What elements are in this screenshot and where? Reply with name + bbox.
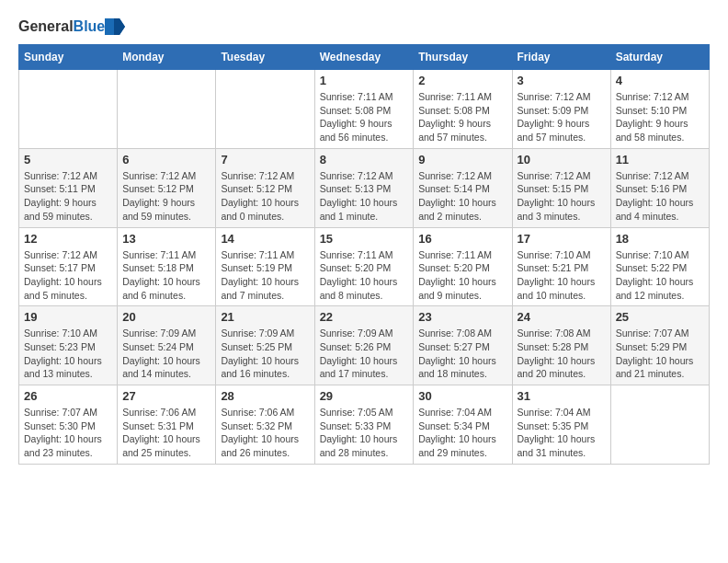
calendar-cell: 12Sunrise: 7:12 AM Sunset: 5:17 PM Dayli… (19, 227, 118, 306)
day-info: Sunrise: 7:11 AM Sunset: 5:20 PM Dayligh… (320, 248, 409, 303)
calendar-cell: 3Sunrise: 7:12 AM Sunset: 5:09 PM Daylig… (512, 70, 610, 149)
calendar-week-row: 12Sunrise: 7:12 AM Sunset: 5:17 PM Dayli… (19, 227, 710, 306)
day-number: 16 (418, 232, 506, 246)
calendar-cell: 28Sunrise: 7:06 AM Sunset: 5:32 PM Dayli… (216, 385, 314, 465)
day-number: 24 (518, 310, 606, 324)
day-number: 17 (518, 232, 606, 246)
day-number: 26 (24, 389, 112, 403)
calendar-cell (216, 70, 314, 149)
day-info: Sunrise: 7:06 AM Sunset: 5:32 PM Dayligh… (221, 406, 309, 460)
svg-marker-1 (114, 18, 125, 35)
day-number: 23 (418, 310, 506, 324)
day-number: 11 (616, 153, 704, 167)
day-number: 14 (221, 232, 309, 246)
day-info: Sunrise: 7:11 AM Sunset: 5:20 PM Dayligh… (418, 248, 506, 303)
day-number: 22 (320, 310, 409, 324)
day-info: Sunrise: 7:09 AM Sunset: 5:24 PM Dayligh… (122, 327, 210, 381)
day-info: Sunrise: 7:11 AM Sunset: 5:18 PM Dayligh… (122, 248, 210, 303)
day-info: Sunrise: 7:12 AM Sunset: 5:15 PM Dayligh… (518, 169, 606, 224)
day-info: Sunrise: 7:12 AM Sunset: 5:09 PM Dayligh… (518, 90, 606, 144)
day-info: Sunrise: 7:05 AM Sunset: 5:33 PM Dayligh… (320, 406, 409, 460)
weekday-header-friday: Friday (512, 45, 610, 70)
calendar-cell: 1Sunrise: 7:11 AM Sunset: 5:08 PM Daylig… (314, 70, 414, 149)
calendar-cell: 10Sunrise: 7:12 AM Sunset: 5:15 PM Dayli… (512, 148, 610, 227)
day-info: Sunrise: 7:08 AM Sunset: 5:28 PM Dayligh… (518, 327, 606, 381)
calendar-table: SundayMondayTuesdayWednesdayThursdayFrid… (18, 44, 710, 465)
calendar-cell: 14Sunrise: 7:11 AM Sunset: 5:19 PM Dayli… (216, 227, 314, 306)
calendar-cell: 21Sunrise: 7:09 AM Sunset: 5:25 PM Dayli… (216, 306, 314, 385)
calendar-cell (118, 70, 216, 149)
logo-flag-icon (105, 18, 125, 35)
day-number: 18 (616, 232, 704, 246)
day-info: Sunrise: 7:11 AM Sunset: 5:19 PM Dayligh… (221, 248, 309, 303)
day-number: 2 (418, 74, 506, 87)
weekday-header-row: SundayMondayTuesdayWednesdayThursdayFrid… (19, 45, 710, 70)
day-info: Sunrise: 7:11 AM Sunset: 5:08 PM Dayligh… (320, 90, 409, 144)
calendar-cell: 6Sunrise: 7:12 AM Sunset: 5:12 PM Daylig… (118, 148, 216, 227)
calendar-cell: 4Sunrise: 7:12 AM Sunset: 5:10 PM Daylig… (610, 70, 709, 149)
day-number: 19 (24, 310, 112, 324)
logo-general-text: General (18, 18, 74, 34)
day-info: Sunrise: 7:12 AM Sunset: 5:13 PM Dayligh… (320, 169, 409, 224)
day-number: 8 (320, 153, 409, 167)
calendar-cell: 15Sunrise: 7:11 AM Sunset: 5:20 PM Dayli… (314, 227, 414, 306)
day-info: Sunrise: 7:12 AM Sunset: 5:12 PM Dayligh… (122, 169, 210, 224)
day-info: Sunrise: 7:12 AM Sunset: 5:10 PM Dayligh… (616, 90, 704, 144)
day-number: 6 (122, 153, 210, 167)
calendar-cell: 29Sunrise: 7:05 AM Sunset: 5:33 PM Dayli… (314, 385, 414, 465)
calendar-cell (610, 385, 709, 465)
day-info: Sunrise: 7:12 AM Sunset: 5:11 PM Dayligh… (24, 169, 112, 224)
calendar-week-row: 5Sunrise: 7:12 AM Sunset: 5:11 PM Daylig… (19, 148, 710, 227)
weekday-header-wednesday: Wednesday (314, 45, 414, 70)
calendar-cell: 5Sunrise: 7:12 AM Sunset: 5:11 PM Daylig… (19, 148, 118, 227)
calendar-cell: 25Sunrise: 7:07 AM Sunset: 5:29 PM Dayli… (610, 306, 709, 385)
calendar-cell: 27Sunrise: 7:06 AM Sunset: 5:31 PM Dayli… (118, 385, 216, 465)
calendar-cell: 13Sunrise: 7:11 AM Sunset: 5:18 PM Dayli… (118, 227, 216, 306)
calendar-cell: 31Sunrise: 7:04 AM Sunset: 5:35 PM Dayli… (512, 385, 610, 465)
calendar-cell: 20Sunrise: 7:09 AM Sunset: 5:24 PM Dayli… (118, 306, 216, 385)
day-info: Sunrise: 7:04 AM Sunset: 5:35 PM Dayligh… (518, 406, 606, 460)
day-info: Sunrise: 7:11 AM Sunset: 5:08 PM Dayligh… (418, 90, 506, 144)
day-info: Sunrise: 7:04 AM Sunset: 5:34 PM Dayligh… (418, 406, 506, 460)
day-number: 30 (418, 389, 506, 403)
calendar-cell: 8Sunrise: 7:12 AM Sunset: 5:13 PM Daylig… (314, 148, 414, 227)
calendar-cell: 17Sunrise: 7:10 AM Sunset: 5:21 PM Dayli… (512, 227, 610, 306)
day-info: Sunrise: 7:12 AM Sunset: 5:14 PM Dayligh… (418, 169, 506, 224)
day-info: Sunrise: 7:10 AM Sunset: 5:23 PM Dayligh… (24, 327, 112, 381)
day-number: 7 (221, 153, 309, 167)
day-info: Sunrise: 7:12 AM Sunset: 5:12 PM Dayligh… (221, 169, 309, 224)
day-number: 3 (518, 74, 606, 87)
day-info: Sunrise: 7:06 AM Sunset: 5:31 PM Dayligh… (122, 406, 210, 460)
day-info: Sunrise: 7:10 AM Sunset: 5:21 PM Dayligh… (518, 248, 606, 303)
day-info: Sunrise: 7:12 AM Sunset: 5:16 PM Dayligh… (616, 169, 704, 224)
calendar-week-row: 26Sunrise: 7:07 AM Sunset: 5:30 PM Dayli… (19, 385, 710, 465)
calendar-cell: 24Sunrise: 7:08 AM Sunset: 5:28 PM Dayli… (512, 306, 610, 385)
day-info: Sunrise: 7:08 AM Sunset: 5:27 PM Dayligh… (418, 327, 506, 381)
day-number: 12 (24, 232, 112, 246)
day-info: Sunrise: 7:10 AM Sunset: 5:22 PM Dayligh… (616, 248, 704, 303)
day-number: 1 (320, 74, 409, 87)
page-header: GeneralBlue (18, 18, 710, 35)
calendar-cell (19, 70, 118, 149)
weekday-header-saturday: Saturday (610, 45, 709, 70)
day-number: 21 (221, 310, 309, 324)
calendar-cell: 11Sunrise: 7:12 AM Sunset: 5:16 PM Dayli… (610, 148, 709, 227)
day-number: 10 (518, 153, 606, 167)
day-number: 31 (518, 389, 606, 403)
calendar-week-row: 1Sunrise: 7:11 AM Sunset: 5:08 PM Daylig… (19, 70, 710, 149)
day-number: 4 (616, 74, 704, 87)
calendar-cell: 22Sunrise: 7:09 AM Sunset: 5:26 PM Dayli… (314, 306, 414, 385)
day-info: Sunrise: 7:07 AM Sunset: 5:30 PM Dayligh… (24, 406, 112, 460)
calendar-cell: 19Sunrise: 7:10 AM Sunset: 5:23 PM Dayli… (19, 306, 118, 385)
calendar-week-row: 19Sunrise: 7:10 AM Sunset: 5:23 PM Dayli… (19, 306, 710, 385)
logo: GeneralBlue (18, 18, 125, 35)
day-number: 28 (221, 389, 309, 403)
calendar-cell: 23Sunrise: 7:08 AM Sunset: 5:27 PM Dayli… (414, 306, 512, 385)
calendar-cell: 30Sunrise: 7:04 AM Sunset: 5:34 PM Dayli… (414, 385, 512, 465)
calendar-cell: 18Sunrise: 7:10 AM Sunset: 5:22 PM Dayli… (610, 227, 709, 306)
calendar-cell: 26Sunrise: 7:07 AM Sunset: 5:30 PM Dayli… (19, 385, 118, 465)
day-info: Sunrise: 7:09 AM Sunset: 5:25 PM Dayligh… (221, 327, 309, 381)
day-info: Sunrise: 7:12 AM Sunset: 5:17 PM Dayligh… (24, 248, 112, 303)
logo-blue-text: Blue (74, 18, 106, 35)
calendar-cell: 2Sunrise: 7:11 AM Sunset: 5:08 PM Daylig… (414, 70, 512, 149)
